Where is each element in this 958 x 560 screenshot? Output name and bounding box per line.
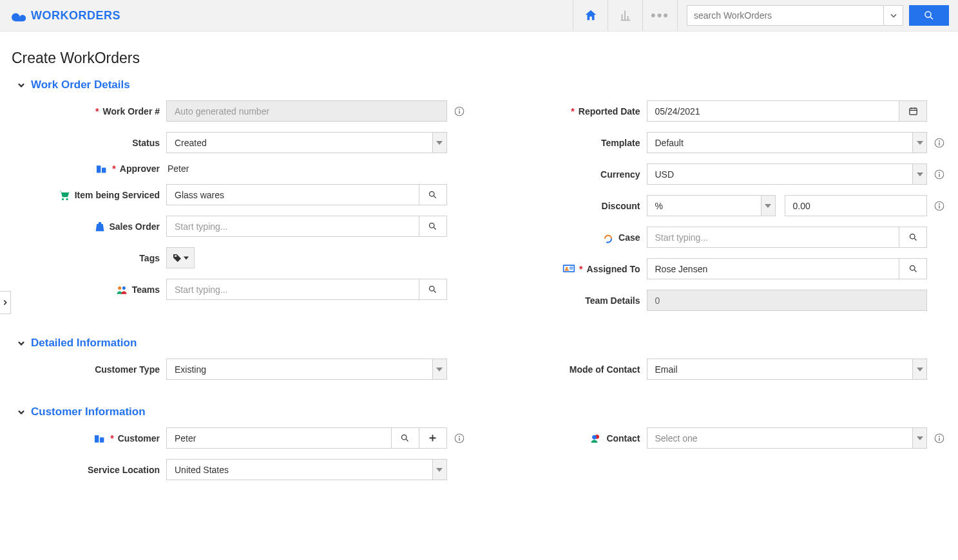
- info-template[interactable]: [932, 137, 946, 149]
- template-select-value: Default: [647, 133, 913, 153]
- customer-type-select[interactable]: Existing: [166, 359, 447, 380]
- label-assigned-to: * Assigned To: [492, 264, 640, 274]
- chevron-down-icon: [17, 407, 26, 416]
- label-contact: Contact: [492, 433, 640, 444]
- info-customer[interactable]: [452, 433, 466, 444]
- svg-point-10: [430, 286, 435, 292]
- home-icon: [584, 8, 598, 23]
- currency-select[interactable]: USD: [647, 163, 928, 185]
- mode-of-contact-select[interactable]: Email: [647, 359, 928, 380]
- assigned-to-lookup-button[interactable]: [899, 259, 926, 279]
- section-toggle-detailed-information[interactable]: Detailed Information: [17, 337, 946, 350]
- customer-lookup-button[interactable]: [391, 428, 419, 448]
- discount-value-input[interactable]: [785, 196, 927, 216]
- label-service-location: Service Location: [12, 465, 160, 475]
- reported-date-picker-button[interactable]: [899, 101, 926, 121]
- brand-text: WORKORDERS: [31, 9, 120, 23]
- svg-point-22: [566, 266, 568, 268]
- svg-point-25: [910, 266, 915, 271]
- teams-input[interactable]: [167, 279, 419, 299]
- svg-rect-11: [909, 108, 916, 115]
- contact-select-value: Select one: [647, 428, 913, 448]
- svg-rect-23: [570, 266, 573, 267]
- label-approver: * Approver: [12, 163, 160, 174]
- assigned-to-input[interactable]: [647, 259, 899, 279]
- building-icon: [93, 433, 106, 443]
- service-location-select-value: United States: [167, 460, 432, 480]
- status-select[interactable]: Created: [166, 132, 447, 153]
- template-select[interactable]: Default: [647, 132, 928, 153]
- info-contact[interactable]: [932, 433, 946, 444]
- section-title: Work Order Details: [31, 79, 130, 91]
- bag-icon: [95, 221, 105, 232]
- chevron-down-icon: [912, 133, 926, 153]
- info-currency[interactable]: [932, 169, 946, 180]
- search-icon: [908, 264, 918, 274]
- global-search-button[interactable]: [909, 5, 949, 26]
- calendar-icon: [908, 106, 918, 116]
- label-team-details: Team Details: [492, 295, 640, 306]
- search-icon: [908, 232, 918, 242]
- assigned-to-field: [647, 258, 928, 279]
- contact-select[interactable]: Select one: [647, 427, 928, 449]
- chevron-down-icon: [432, 460, 446, 480]
- label-customer-type: Customer Type: [12, 364, 160, 375]
- customer-add-button[interactable]: [419, 428, 446, 448]
- page-scroll[interactable]: Create WorkOrders Work Order Details * W…: [0, 32, 958, 560]
- chevron-down-icon: [889, 11, 898, 20]
- label-sales-order: Sales Order: [12, 221, 160, 232]
- global-search-scope-button[interactable]: [883, 6, 903, 25]
- nav-home-button[interactable]: [573, 0, 608, 31]
- brand: WORKORDERS: [0, 0, 132, 31]
- discount-unit-select[interactable]: %: [647, 195, 776, 216]
- nav-more-button[interactable]: •••: [642, 0, 677, 31]
- headset-icon: [602, 231, 615, 244]
- nav-reports-button[interactable]: [608, 0, 642, 31]
- svg-point-26: [402, 435, 407, 440]
- reported-date-field: [647, 100, 928, 122]
- item-serviced-input[interactable]: [167, 185, 419, 205]
- chevron-down-icon: [17, 339, 26, 348]
- info-icon: [934, 169, 945, 180]
- work-order-no-input: [167, 101, 446, 121]
- sales-order-lookup-button[interactable]: [419, 216, 446, 236]
- label-status: Status: [12, 138, 160, 148]
- chevron-down-icon: [912, 164, 926, 184]
- reported-date-input[interactable]: [647, 101, 899, 121]
- contacts-icon: [589, 433, 602, 444]
- label-currency: Currency: [492, 169, 640, 180]
- tag-icon: [172, 253, 182, 263]
- service-location-select[interactable]: United States: [166, 459, 447, 480]
- case-input[interactable]: [647, 227, 899, 247]
- info-work-order-no[interactable]: [452, 106, 466, 117]
- case-field: [647, 227, 928, 248]
- teams-lookup-button[interactable]: [419, 279, 446, 299]
- team-details-field: 0: [647, 290, 928, 311]
- section-toggle-work-order-details[interactable]: Work Order Details: [17, 79, 946, 91]
- status-select-value: Created: [167, 133, 432, 153]
- search-icon: [400, 433, 410, 443]
- svg-point-9: [122, 286, 126, 290]
- search-icon: [428, 190, 437, 200]
- sales-order-input[interactable]: [167, 216, 419, 236]
- chevron-down-icon: [432, 359, 446, 379]
- label-reported-date: * Reported Date: [492, 106, 640, 117]
- section-toggle-customer-information[interactable]: Customer Information: [17, 406, 946, 418]
- customer-input[interactable]: [167, 428, 391, 448]
- info-discount[interactable]: [932, 200, 946, 212]
- svg-point-15: [939, 172, 940, 173]
- global-search-input[interactable]: [687, 6, 883, 25]
- label-tags: Tags: [12, 253, 160, 263]
- case-lookup-button[interactable]: [899, 227, 926, 247]
- svg-point-28: [459, 436, 460, 437]
- chevron-down-icon: [432, 133, 446, 153]
- side-panel-toggle[interactable]: [0, 291, 11, 314]
- tags-picker-button[interactable]: [166, 247, 195, 268]
- svg-point-13: [939, 140, 940, 142]
- chevron-right-icon: [2, 298, 8, 307]
- section-title: Detailed Information: [31, 337, 137, 350]
- svg-point-17: [939, 203, 940, 205]
- item-serviced-lookup-button[interactable]: [419, 185, 446, 205]
- cart-icon: [58, 189, 71, 201]
- label-item-serviced: Item being Serviced: [12, 189, 160, 201]
